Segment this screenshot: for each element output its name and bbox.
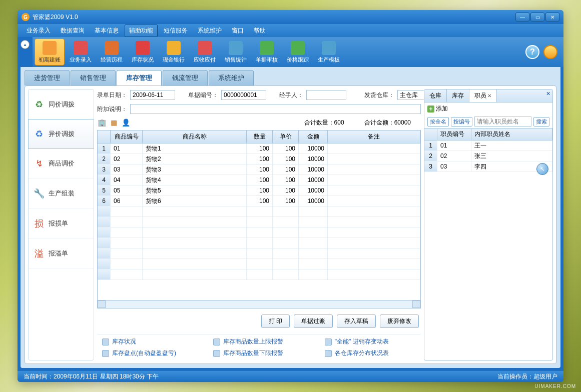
right-tab-0[interactable]: 仓库 — [424, 90, 447, 102]
table-row[interactable]: 202货物210010010000 — [98, 154, 420, 164]
col-header[interactable]: 商品名称 — [143, 130, 247, 143]
table-row[interactable] — [98, 259, 420, 270]
table-row[interactable]: 606货物610010010000 — [98, 196, 420, 206]
menu-item-7[interactable]: 帮助 — [250, 25, 270, 36]
nav-item-5[interactable]: 溢报溢单 — [29, 238, 94, 268]
tool-btn-9[interactable]: 生产模板 — [314, 38, 344, 66]
menu-item-3[interactable]: 辅助功能 — [125, 24, 158, 37]
tool-btn-8[interactable]: 价格跟踪 — [283, 38, 313, 66]
table-row[interactable] — [98, 217, 420, 228]
status-user: 当前操作员：超级用户 — [497, 372, 557, 381]
date-input[interactable] — [130, 90, 175, 100]
table-row[interactable] — [98, 228, 420, 238]
link-icon — [213, 338, 220, 346]
collapse-toolbar-icon[interactable]: ▲ — [21, 40, 30, 49]
h-scrollbar[interactable] — [98, 300, 420, 308]
col-header[interactable]: 商品编号 — [111, 130, 143, 143]
nav-item-1[interactable]: ♻异价调拨 — [28, 119, 94, 149]
toolbar-icon-1[interactable]: 🏢 — [97, 118, 106, 127]
tool-btn-1[interactable]: 业务录入 — [66, 38, 96, 66]
action-btn-3[interactable]: 废弃修改 — [380, 314, 419, 328]
table-row[interactable] — [98, 248, 420, 259]
quick-link[interactable]: 库存商品数量上限报警 — [213, 338, 304, 346]
table-row[interactable]: 303货物310010010000 — [98, 164, 420, 175]
close-button[interactable]: ✕ — [545, 12, 559, 22]
menu-item-4[interactable]: 短信服务 — [160, 25, 192, 36]
minimize-button[interactable]: — — [515, 12, 529, 22]
person-icon[interactable]: 👤 — [121, 118, 130, 127]
nav-icon: 损 — [34, 218, 45, 229]
table-row[interactable] — [98, 270, 420, 280]
desc-input[interactable] — [130, 104, 421, 114]
main-tab-1[interactable]: 销售管理 — [71, 70, 116, 86]
tool-btn-4[interactable]: 现金银行 — [159, 38, 189, 66]
quick-link[interactable]: 库存状况 — [102, 338, 193, 346]
table-row[interactable] — [98, 206, 420, 217]
search-input[interactable] — [474, 116, 531, 126]
status-time: 当前时间：2009年06月11日 星期四 18时30分 下午 — [24, 372, 159, 381]
col-header[interactable]: 金额 — [299, 130, 328, 143]
col-header[interactable]: 备注 — [328, 130, 420, 143]
handler-input[interactable] — [306, 90, 346, 100]
help-icon[interactable]: ? — [525, 45, 539, 59]
quick-link[interactable]: "全能" 进销存变动表 — [325, 338, 416, 346]
right-table-row[interactable]: 101王一 — [424, 140, 552, 151]
search-button[interactable]: 搜索 — [533, 117, 549, 126]
cursor-icon: ↖ — [536, 163, 548, 175]
right-col-header[interactable]: 职员编号 — [437, 128, 471, 140]
add-button[interactable]: + 添加 — [427, 104, 448, 113]
tool-btn-0[interactable]: 初期建账 — [35, 38, 65, 66]
menu-item-0[interactable]: 业务录入 — [23, 25, 55, 36]
right-table-row[interactable]: 303李四 — [424, 162, 552, 172]
nav-item-2[interactable]: ↯商品调价 — [29, 148, 94, 178]
nav-item-4[interactable]: 损报损单 — [29, 208, 94, 238]
tab-close-icon[interactable]: ✕ — [487, 93, 491, 98]
table-row[interactable]: 101货物110010010000 — [98, 144, 420, 154]
menu-item-6[interactable]: 窗口 — [228, 25, 248, 36]
gold-icon[interactable] — [543, 45, 557, 59]
col-header[interactable]: 数量 — [247, 130, 273, 143]
action-btn-1[interactable]: 单据过账 — [294, 314, 333, 328]
menu-item-2[interactable]: 基本信息 — [91, 25, 123, 36]
docno-input[interactable] — [221, 90, 266, 100]
close-panel-icon[interactable]: ✕ — [546, 90, 550, 97]
col-header[interactable] — [98, 130, 111, 143]
quick-link[interactable]: 库存商品数量下限报警 — [213, 349, 304, 358]
right-col-header[interactable] — [424, 128, 437, 140]
maximize-button[interactable]: ▭ — [530, 12, 544, 22]
quick-link[interactable]: 各仓库存分布状况表 — [325, 349, 416, 358]
table-row[interactable]: 505货物510010010000 — [98, 186, 420, 196]
nav-item-0[interactable]: ♻同价调拨 — [29, 90, 94, 120]
col-header[interactable]: 单价 — [273, 130, 299, 143]
tool-btn-6[interactable]: 销售统计 — [221, 38, 251, 66]
tool-btn-5[interactable]: 应收应付 — [190, 38, 220, 66]
toolbar-icon-2[interactable]: ▦ — [109, 118, 118, 127]
action-btn-2[interactable]: 存入草稿 — [337, 314, 376, 328]
watermark: UIMAKER.COM — [534, 384, 576, 389]
main-tab-0[interactable]: 进货管理 — [25, 70, 70, 86]
tool-icon — [74, 41, 88, 55]
nav-item-3[interactable]: 🔧生产组装 — [29, 178, 94, 208]
grid-body[interactable]: 101货物110010010000202货物210010010000303货物3… — [98, 144, 420, 300]
quick-link[interactable]: 库存盘点(自动盘盈盘亏) — [102, 349, 193, 358]
right-grid-body[interactable]: ↖ 101王一202张三303李四 — [424, 140, 552, 360]
filter-by-code-button[interactable]: 按编号 — [451, 117, 472, 126]
right-table-row[interactable]: 202张三 — [424, 151, 552, 162]
right-tab-1[interactable]: 库存 — [447, 90, 469, 102]
main-tab-2[interactable]: 库存管理 — [117, 70, 162, 86]
right-tab-2[interactable]: 职员✕ — [469, 90, 497, 102]
tool-btn-2[interactable]: 经营历程 — [97, 38, 127, 66]
main-tabs: 进货管理销售管理库存管理钱流管理系统维护 — [21, 67, 560, 86]
tool-btn-7[interactable]: 单据审核 — [252, 38, 282, 66]
main-tab-3[interactable]: 钱流管理 — [163, 70, 208, 86]
tool-icon — [43, 41, 57, 55]
action-btn-0[interactable]: 打 印 — [261, 314, 290, 328]
table-row[interactable] — [98, 238, 420, 248]
table-row[interactable]: 404货物410010010000 — [98, 175, 420, 186]
main-tab-4[interactable]: 系统维护 — [209, 70, 254, 86]
tool-btn-3[interactable]: 库存状况 — [128, 38, 158, 66]
filter-by-name-button[interactable]: 按全名 — [427, 117, 449, 126]
menu-item-1[interactable]: 数据查询 — [57, 25, 89, 36]
menu-item-5[interactable]: 系统维护 — [194, 25, 226, 36]
right-col-header[interactable]: 内部职员姓名 — [471, 128, 552, 140]
